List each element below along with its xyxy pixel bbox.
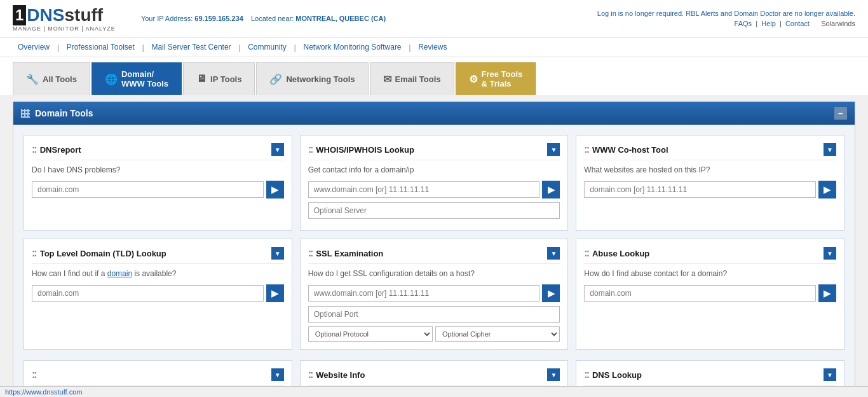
solarwinds-link[interactable]: Solarwinds: [821, 20, 855, 27]
www-cohost-dropdown[interactable]: ▼: [824, 143, 836, 156]
tool-card-dnsreport: :: DNSreport ▼ Do I have DNS problems? ▶: [24, 135, 292, 231]
www-cohost-input[interactable]: [584, 181, 816, 198]
tab-free-tools-label: Free Tools& Trials: [482, 69, 523, 88]
www-cohost-desc: What websites are hosted on this IP?: [584, 165, 836, 174]
logo-tagline: MANAGE | MONITOR | ANALYZE: [13, 25, 116, 32]
tab-ip-tools[interactable]: 🖥 IP Tools: [183, 62, 255, 95]
domain-tools-title: Domain Tools: [35, 108, 93, 118]
ip-label: Your IP Address:: [141, 15, 193, 22]
logo-stuff: stuff: [64, 5, 103, 25]
tool-card-www-cohost: :: WWW Co-host Tool ▼ What websites are …: [576, 135, 844, 231]
dots-icon: ::: [308, 144, 313, 155]
collapse-button[interactable]: −: [834, 107, 847, 120]
monitor-icon: 🖥: [196, 73, 207, 85]
dnsreport-desc: Do I have DNS problems?: [32, 165, 284, 174]
tabs-bar: 🔧 All Tools 🌐 Domain/WWW Tools 🖥 IP Tool…: [0, 57, 868, 95]
top-bar: 1 DNS stuff MANAGE | MONITOR | ANALYZE Y…: [0, 0, 868, 38]
status-bar: https://www.dnsstuff.com: [0, 386, 868, 397]
tab-email-tools[interactable]: ✉ Email Tools: [370, 62, 454, 95]
abuse-go-button[interactable]: ▶: [818, 284, 836, 302]
dots-icon: ::: [308, 369, 313, 380]
top-right: Log in is no longer required. RBL Alerts…: [597, 10, 855, 27]
dots-icon: ::: [32, 247, 36, 259]
email-icon: ✉: [383, 73, 391, 85]
dns-lookup-title: DNS Lookup: [592, 370, 642, 380]
dots-icon: ::: [584, 144, 588, 155]
ssl-protocol-select[interactable]: Optional Protocol: [308, 326, 433, 342]
dots-icon: ::: [32, 369, 36, 380]
logo: 1 DNS stuff MANAGE | MONITOR | ANALYZE: [13, 5, 116, 32]
top-links: FAQs | Help | Contact Solarwinds: [597, 20, 855, 27]
ip-value: 69.159.165.234: [194, 15, 243, 22]
website-info-dropdown[interactable]: ▼: [547, 368, 560, 381]
logo-icon: 1: [13, 5, 26, 25]
tld-dropdown[interactable]: ▼: [271, 247, 284, 260]
partial1-dropdown[interactable]: ▼: [271, 368, 284, 381]
whois-input[interactable]: [308, 181, 540, 198]
tab-networking-tools[interactable]: 🔗 Networking Tools: [256, 62, 368, 95]
ssl-cipher-select[interactable]: Optional Cipher: [435, 326, 560, 342]
nav-mail-server[interactable]: Mail Server Test Center: [146, 40, 236, 54]
domain-tools-box: Domain Tools − :: DNSreport ▼ Do I have …: [13, 101, 855, 397]
dnsreport-go-button[interactable]: ▶: [266, 181, 284, 198]
tld-desc: How can I find out if a domain is availa…: [32, 269, 284, 278]
abuse-dropdown[interactable]: ▼: [824, 247, 836, 260]
ssl-title: SSL Examination: [316, 249, 383, 258]
tools-grid: :: DNSreport ▼ Do I have DNS problems? ▶…: [13, 125, 855, 360]
nav-community[interactable]: Community: [243, 40, 292, 54]
help-link[interactable]: Help: [761, 20, 776, 27]
www-cohost-input-row: ▶: [584, 181, 836, 198]
domain-link[interactable]: domain: [107, 269, 132, 278]
tab-domain-www-label: Domain/WWW Tools: [121, 69, 168, 88]
network-icon: 🔗: [269, 73, 282, 85]
contact-link[interactable]: Contact: [785, 20, 810, 27]
main-nav: Overview | Professional Toolset | Mail S…: [0, 38, 868, 57]
faqs-link[interactable]: FAQs: [735, 20, 752, 27]
nav-overview[interactable]: Overview: [13, 40, 55, 54]
ssl-desc: How do I get SSL configuration details o…: [308, 269, 560, 278]
whois-dropdown[interactable]: ▼: [547, 143, 560, 156]
logo-area: 1 DNS stuff MANAGE | MONITOR | ANALYZE Y…: [13, 5, 386, 32]
dns-lookup-dropdown[interactable]: ▼: [824, 368, 836, 381]
ssl-optional-port-input[interactable]: [308, 306, 560, 323]
wrench-icon: 🔧: [26, 73, 39, 85]
tool-card-whois: :: WHOIS/IPWHOIS Lookup ▼ Get contact in…: [300, 135, 569, 231]
tab-domain-www[interactable]: 🌐 Domain/WWW Tools: [92, 62, 182, 95]
whois-go-button[interactable]: ▶: [542, 181, 560, 198]
location-value: MONTREAL, QUEBEC (CA): [295, 15, 386, 22]
ssl-input-row: ▶: [308, 284, 560, 302]
tab-all-tools-label: All Tools: [43, 74, 77, 84]
tab-all-tools[interactable]: 🔧 All Tools: [13, 62, 90, 95]
tld-input-row: ▶: [32, 284, 284, 302]
tld-go-button[interactable]: ▶: [266, 284, 284, 302]
ip-info: Your IP Address: 69.159.165.234 Located …: [141, 15, 386, 22]
tab-ip-tools-label: IP Tools: [210, 74, 241, 84]
dnsreport-input-row: ▶: [32, 181, 284, 198]
abuse-input[interactable]: [584, 285, 816, 302]
nav-network-monitoring[interactable]: Network Monitoring Software: [298, 40, 406, 54]
www-cohost-title: WWW Co-host Tool: [592, 145, 668, 155]
www-cohost-go-button[interactable]: ▶: [818, 181, 836, 198]
nav-reviews[interactable]: Reviews: [413, 40, 452, 54]
grid-icon: [21, 109, 30, 118]
dots-icon: ::: [584, 247, 588, 259]
tool-card-abuse: :: Abuse Lookup ▼ How do I find abuse co…: [576, 239, 844, 350]
dots-icon: ::: [584, 369, 588, 380]
nav-professional-toolset[interactable]: Professional Toolset: [62, 40, 140, 54]
ssl-dropdown[interactable]: ▼: [547, 247, 560, 260]
tool-card-tld: :: Top Level Domain (TLD) Lookup ▼ How c…: [24, 239, 292, 350]
dnsreport-input[interactable]: [32, 181, 264, 198]
ssl-input[interactable]: [308, 285, 540, 302]
dnsreport-dropdown[interactable]: ▼: [271, 143, 284, 156]
tab-free-tools[interactable]: ⚙ Free Tools& Trials: [456, 62, 536, 95]
abuse-title: Abuse Lookup: [592, 249, 649, 258]
domain-tools-header: Domain Tools −: [13, 102, 855, 125]
location-label: Located near:: [251, 15, 294, 22]
whois-optional-server-input[interactable]: [308, 202, 560, 219]
tld-input[interactable]: [32, 285, 264, 302]
logo-dns: DNS: [27, 5, 64, 25]
dots-icon: ::: [32, 144, 36, 155]
website-info-title: Website Info: [316, 370, 365, 380]
ssl-go-button[interactable]: ▶: [542, 284, 560, 302]
whois-desc: Get contact info for a domain/ip: [308, 165, 560, 174]
